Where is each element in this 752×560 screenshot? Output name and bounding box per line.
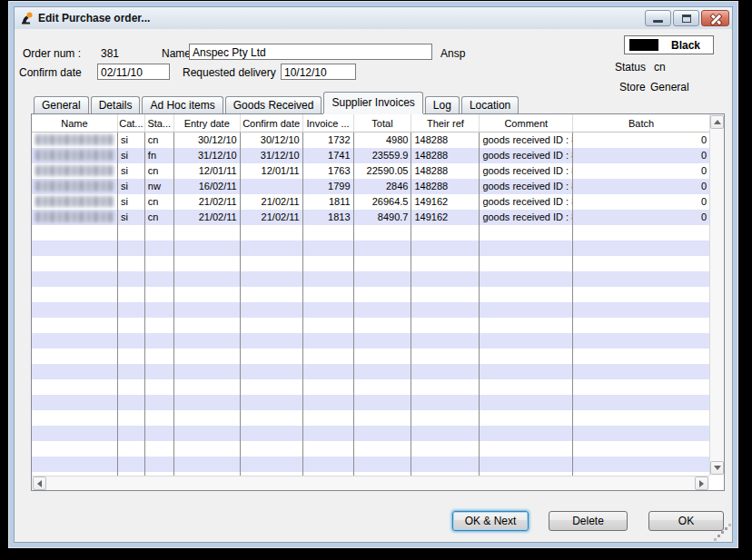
column-header[interactable]: Sta... (145, 114, 174, 132)
tab-goods-received[interactable]: Goods Received (225, 96, 322, 113)
table-cell (32, 410, 118, 426)
ok-button[interactable]: OK (648, 511, 724, 531)
tab-general[interactable]: General (34, 96, 89, 113)
redacted-name-cell (32, 133, 118, 148)
column-header[interactable]: Total (354, 114, 412, 132)
tab-details[interactable]: Details (91, 96, 141, 113)
column-header[interactable]: Entry date (174, 114, 241, 132)
scroll-left-button[interactable] (33, 476, 46, 490)
tab-ad-hoc-items[interactable]: Ad Hoc items (142, 96, 223, 113)
table-cell (354, 302, 412, 318)
table-row[interactable]: sifn31/12/1031/12/10174123559.9148288goo… (32, 148, 709, 163)
delete-button[interactable]: Delete (549, 511, 628, 531)
minimize-button[interactable] (645, 10, 671, 26)
table-cell (145, 287, 174, 302)
table-cell (32, 256, 118, 271)
table-cell (480, 426, 573, 441)
table-cell (241, 318, 303, 333)
table-cell (573, 395, 709, 410)
table-cell (354, 395, 412, 410)
table-cell (32, 318, 118, 333)
table-cell (354, 287, 412, 302)
table-cell (118, 333, 145, 349)
table-cell (32, 395, 118, 410)
table-header-row[interactable]: NameCat...Sta...Entry dateConfirm dateIn… (32, 114, 709, 133)
table-cell (411, 349, 480, 364)
table-body: sicn30/12/1030/12/1017324980148288goods … (32, 133, 709, 476)
table-cell (303, 225, 354, 241)
horizontal-scrollbar[interactable] (32, 476, 709, 490)
redacted-name (35, 181, 114, 192)
tab-supplier-invoices[interactable]: Supplier Invoices (323, 92, 422, 113)
scroll-down-button[interactable] (710, 461, 724, 475)
table-cell: cn (145, 210, 174, 225)
table-cell (145, 410, 174, 426)
table-row[interactable]: sicn12/01/1112/01/11176322590.05148288go… (32, 163, 709, 179)
edit-purchase-order-window: Edit Purchase order... Order num : 381 N… (9, 2, 737, 547)
table-cell (411, 364, 480, 379)
resize-grip-icon[interactable] (721, 531, 724, 534)
table-filler-row (32, 302, 709, 318)
vertical-scrollbar[interactable] (709, 114, 724, 476)
table-cell (118, 364, 145, 379)
table-filler-row (32, 379, 709, 395)
column-header[interactable]: Their ref (411, 114, 480, 132)
table-cell (303, 379, 354, 395)
tab-log[interactable]: Log (425, 96, 460, 113)
table-cell: 21/02/11 (174, 194, 241, 210)
table-cell (573, 256, 709, 271)
column-header[interactable]: Comment (480, 114, 573, 132)
table-cell (303, 318, 354, 333)
ok-and-next-button[interactable]: OK & Next (452, 511, 529, 531)
table-cell (480, 364, 573, 379)
table-cell: 0 (573, 194, 709, 210)
table-cell (118, 410, 145, 426)
tab-location[interactable]: Location (461, 96, 519, 113)
column-header[interactable]: Cat... (118, 114, 145, 132)
color-picker-button[interactable]: Black (624, 35, 714, 54)
table-cell: 149162 (411, 210, 480, 225)
close-button[interactable] (701, 10, 729, 26)
table-cell: 2846 (354, 179, 412, 194)
close-icon (710, 14, 720, 24)
confirm-date-input[interactable] (97, 64, 170, 80)
title-bar[interactable]: Edit Purchase order... (15, 7, 732, 29)
table-cell (174, 271, 241, 287)
table-cell (241, 241, 303, 256)
table-cell (411, 271, 480, 287)
table-cell (573, 241, 709, 256)
requested-delivery-input[interactable] (281, 64, 356, 80)
table-cell: goods received ID : 8 (480, 194, 573, 210)
redacted-name (35, 150, 114, 161)
table-cell (354, 225, 412, 241)
name-input[interactable] (189, 44, 432, 60)
table-row[interactable]: sicn30/12/1030/12/1017324980148288goods … (32, 133, 709, 148)
scroll-right-button[interactable] (695, 476, 708, 490)
column-header[interactable]: Invoice ... (303, 114, 354, 132)
table-cell: si (118, 163, 145, 179)
table-filler-row (32, 364, 709, 379)
table-cell (303, 457, 354, 472)
column-header[interactable]: Confirm date (241, 114, 303, 132)
table-row[interactable]: sicn21/02/1121/02/1118138490.7149162good… (32, 210, 709, 225)
table-cell (303, 349, 354, 364)
table-filler-row (32, 333, 709, 349)
table-cell: 1763 (303, 163, 354, 179)
table-cell (480, 287, 573, 302)
table-row[interactable]: sicn21/02/1121/02/11181126964.5149162goo… (32, 194, 709, 210)
column-header[interactable]: Batch (573, 114, 709, 132)
table-cell: 30/12/10 (241, 133, 303, 148)
maximize-button[interactable] (673, 10, 699, 26)
scroll-up-button[interactable] (710, 115, 724, 129)
table-cell (118, 349, 145, 364)
table-cell (573, 318, 709, 333)
table-cell: si (118, 194, 145, 210)
table-row[interactable]: sinw16/02/1117992846148288goods received… (32, 179, 709, 194)
table-cell: 21/02/11 (174, 210, 241, 225)
dialog-content: Order num : 381 Name Ansp Confirm date R… (15, 29, 732, 542)
table-cell (354, 256, 412, 271)
table-filler-row (32, 349, 709, 364)
table-cell: 148288 (411, 179, 480, 194)
column-header[interactable]: Name (32, 114, 118, 132)
table-cell: 148288 (411, 133, 480, 148)
